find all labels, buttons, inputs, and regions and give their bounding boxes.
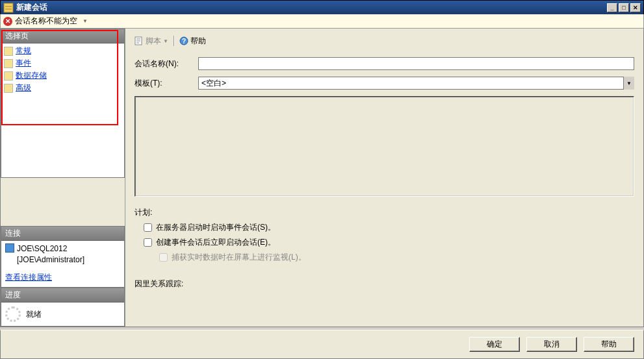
progress-text: 就绪 — [26, 309, 42, 320]
error-icon: ✕ — [3, 17, 12, 26]
page-icon — [4, 47, 13, 56]
error-bar: ✕ 会话名称不能为空 ▼ — [0, 14, 644, 29]
watch-live-checkbox — [159, 253, 168, 262]
separator — [174, 36, 174, 46]
start-on-server-label: 在服务器启动时启动事件会话(S)。 — [156, 222, 276, 233]
script-icon — [135, 36, 144, 45]
template-select[interactable] — [198, 77, 634, 90]
minimize-button[interactable]: _ — [607, 3, 617, 12]
help-button[interactable]: ? 帮助 — [179, 36, 206, 47]
window-controls: _ □ ✕ — [607, 3, 641, 12]
nav-items: 常规 事件 数据存储 高级 — [1, 43, 124, 95]
template-row: 模板(T): ▼ — [135, 77, 634, 90]
script-button[interactable]: 脚本 ▼ — [135, 36, 168, 47]
pages-panel: 选择页 常规 事件 数据存储 高级 — [1, 29, 125, 178]
help-icon: ? — [179, 36, 188, 45]
watch-live-label: 捕获实时数据时在屏幕上进行监视(L)。 — [172, 252, 306, 263]
start-on-server-checkbox[interactable] — [144, 223, 152, 232]
window-title: 新建会话 — [16, 2, 607, 13]
error-text: 会话名称不能为空 — [15, 16, 77, 27]
start-on-server-row: 在服务器启动时启动事件会话(S)。 — [135, 222, 634, 233]
app-icon — [3, 3, 14, 13]
template-label: 模板(T): — [135, 78, 193, 89]
svg-text:?: ? — [182, 38, 186, 45]
server-name: JOE\SQL2012 — [17, 243, 84, 254]
title-bar: 新建会话 _ □ ✕ — [0, 0, 644, 14]
cancel-button[interactable]: 取消 — [526, 337, 577, 352]
error-dropdown-icon[interactable]: ▼ — [83, 18, 88, 24]
description-area[interactable] — [135, 96, 634, 197]
svg-rect-0 — [4, 3, 13, 12]
session-name-label: 会话名称(N): — [135, 58, 193, 69]
start-immediate-checkbox[interactable] — [144, 238, 152, 247]
connection-header: 连接 — [1, 227, 124, 241]
ok-button[interactable]: 确定 — [469, 337, 520, 352]
dialog-footer: 确定 取消 帮助 — [0, 330, 644, 359]
content-area: 脚本 ▼ ? 帮助 会话名称(N): 模板(T): ▼ 计划: 在服务器启动时启… — [125, 29, 643, 327]
nav-item-general[interactable]: 常规 — [3, 45, 123, 57]
close-button[interactable]: ✕ — [630, 3, 641, 12]
start-immediate-label: 创建事件会话后立即启动会话(E)。 — [156, 237, 276, 248]
progress-header: 进度 — [1, 288, 124, 303]
causality-label: 因里关系跟踪: — [135, 279, 634, 290]
help-button-footer[interactable]: 帮助 — [584, 337, 634, 352]
connection-panel: 连接 JOE\SQL2012 [JOE\Administrator] 查看连接属… — [1, 226, 125, 288]
pages-header: 选择页 — [1, 29, 124, 43]
plan-label: 计划: — [135, 207, 634, 218]
nav-item-advanced[interactable]: 高级 — [3, 82, 123, 94]
connection-info: JOE\SQL2012 [JOE\Administrator] — [1, 241, 124, 268]
page-icon — [4, 84, 13, 93]
maximize-button[interactable]: □ — [619, 3, 629, 12]
start-immediate-row: 创建事件会话后立即启动会话(E)。 — [135, 237, 634, 248]
content-toolbar: 脚本 ▼ ? 帮助 — [135, 34, 634, 48]
left-column: 选择页 常规 事件 数据存储 高级 连接 JOE\SQL2012 [JOE\Ad… — [1, 29, 125, 327]
session-name-input[interactable] — [198, 57, 634, 70]
watch-live-row: 捕获实时数据时在屏幕上进行监视(L)。 — [135, 252, 634, 263]
page-icon — [4, 59, 13, 68]
server-icon — [5, 243, 14, 253]
progress-panel: 进度 就绪 — [1, 288, 125, 327]
user-name: [JOE\Administrator] — [17, 254, 84, 266]
page-icon — [4, 71, 13, 80]
view-conn-props-link[interactable]: 查看连接属性 — [1, 268, 124, 287]
nav-item-events[interactable]: 事件 — [3, 57, 123, 69]
main-area: 选择页 常规 事件 数据存储 高级 连接 JOE\SQL2012 [JOE\Ad… — [0, 29, 644, 327]
session-name-row: 会话名称(N): — [135, 57, 634, 70]
progress-spinner-icon — [5, 306, 21, 322]
nav-item-storage[interactable]: 数据存储 — [3, 69, 123, 82]
